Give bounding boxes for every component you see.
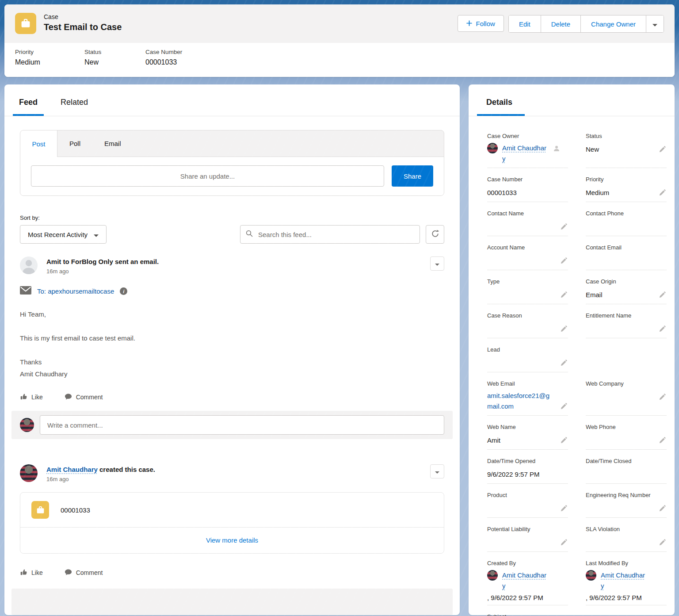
tab-email[interactable]: Email: [92, 130, 133, 157]
avatar[interactable]: [487, 570, 498, 581]
tab-feed[interactable]: Feed: [13, 84, 44, 116]
action-button-group: Edit Delete Change Owner: [508, 15, 664, 33]
refresh-feed-button[interactable]: [426, 225, 444, 244]
user-link[interactable]: Amit Chaudhary: [502, 143, 549, 164]
more-actions-button[interactable]: [646, 15, 664, 32]
record-row[interactable]: 00001033: [20, 493, 444, 527]
edit-pencil-icon[interactable]: [659, 539, 667, 548]
field-value: New: [84, 58, 145, 66]
edit-pencil-icon[interactable]: [659, 325, 667, 334]
edit-pencil-icon[interactable]: [561, 505, 568, 514]
record-preview-card: 00001033 View more details: [20, 492, 444, 554]
view-more-details-link[interactable]: View more details: [206, 536, 258, 544]
detail-field-value: New: [586, 144, 599, 155]
user-link[interactable]: Amit Chaudhary: [502, 570, 549, 591]
detail-field-engineering-req-number: Engineering Req Number: [586, 491, 667, 518]
feed-search-input[interactable]: [257, 230, 414, 239]
edit-pencil-icon[interactable]: [659, 189, 667, 198]
detail-field-label: Lead: [487, 346, 568, 354]
detail-field-label: Date/Time Closed: [586, 457, 667, 465]
edit-pencil-icon[interactable]: [561, 325, 568, 334]
edit-pencil-icon[interactable]: [659, 291, 667, 300]
edit-pencil-icon[interactable]: [659, 437, 667, 446]
feed-item-menu-button[interactable]: [430, 256, 444, 271]
avatar[interactable]: [586, 570, 596, 581]
chevron-down-icon: [435, 260, 439, 267]
detail-field-date: , 9/6/2022 9:57 PM: [487, 594, 568, 601]
tab-details[interactable]: Details: [477, 84, 525, 116]
delete-button[interactable]: Delete: [541, 15, 580, 32]
detail-field-web-company: Web Company: [586, 380, 667, 416]
avatar[interactable]: [20, 464, 38, 482]
edit-pencil-icon[interactable]: [659, 394, 667, 402]
detail-field-label: Web Email: [487, 380, 568, 388]
share-button[interactable]: Share: [392, 165, 433, 187]
edit-pencil-icon[interactable]: [561, 437, 568, 446]
sort-dropdown[interactable]: Most Recent Activity: [20, 225, 107, 244]
avatar[interactable]: [20, 256, 38, 274]
feed-panel: Feed Related Post Poll Email Share: [4, 84, 460, 615]
email-link[interactable]: amit.salesforce21@gmail.com: [487, 390, 553, 412]
share-update-input[interactable]: [31, 165, 384, 187]
edit-pencil-icon[interactable]: [561, 257, 568, 266]
detail-field-date-time-opened: Date/Time Opened9/6/2022 9:57 PM: [487, 457, 568, 484]
detail-field-empty: [586, 613, 667, 616]
record-number: 00001033: [61, 506, 90, 514]
detail-field-priority: PriorityMedium: [586, 176, 667, 202]
tab-post[interactable]: Post: [20, 130, 57, 157]
tab-poll[interactable]: Poll: [57, 130, 92, 157]
user-link[interactable]: Amit Chaudhary: [46, 466, 98, 473]
details-tabset: Details: [469, 84, 675, 116]
feed-controls: Sort by: Most Recent Activity: [20, 214, 444, 244]
like-button[interactable]: Like: [20, 393, 43, 402]
feed-tabset: Feed Related: [4, 84, 460, 116]
feed-body: Post Poll Email Share Sort by: Most Rece: [4, 130, 460, 615]
follow-button[interactable]: Follow: [458, 15, 504, 32]
change-owner-icon[interactable]: [553, 145, 560, 155]
entity-label: Case: [44, 13, 122, 20]
detail-field-product: Product: [487, 491, 568, 518]
feed-item-menu-button[interactable]: [430, 464, 444, 478]
comment-bubble-icon: [65, 569, 72, 577]
detail-field-value: Amit: [487, 435, 500, 446]
edit-pencil-icon[interactable]: [561, 223, 568, 232]
feed-item-created: Amit Chaudhary created this case. 16m ag…: [20, 464, 444, 615]
publisher-body: Share: [20, 157, 444, 195]
refresh-icon: [431, 230, 439, 239]
email-paragraph: Thanks Amit Chaudhary: [20, 356, 444, 380]
edit-pencil-icon[interactable]: [659, 505, 667, 514]
comment-label: Comment: [76, 569, 103, 576]
detail-field-lead: Lead: [487, 346, 568, 372]
detail-field-label: Product: [487, 491, 568, 499]
info-icon[interactable]: i: [120, 287, 127, 295]
entity-text: Case Test Email to Case: [44, 13, 122, 34]
edit-pencil-icon[interactable]: [561, 539, 568, 548]
publisher-tabs: Post Poll Email: [20, 130, 444, 157]
detail-field-label: Web Phone: [586, 423, 667, 431]
detail-field-last-modified-by: Last Modified ByAmit Chaudhary, 9/6/2022…: [586, 559, 667, 605]
feed-item-header: Amit Chaudhary created this case. 16m ag…: [20, 464, 444, 482]
avatar[interactable]: [487, 143, 498, 153]
tab-related[interactable]: Related: [54, 84, 94, 116]
feed-item-actions: Like Comment: [20, 393, 444, 402]
change-owner-button[interactable]: Change Owner: [580, 15, 646, 32]
detail-field-status: StatusNew: [586, 132, 667, 168]
edit-pencil-icon[interactable]: [659, 146, 667, 155]
detail-field-label: Contact Phone: [586, 210, 667, 218]
comment-button[interactable]: Comment: [65, 393, 103, 402]
thumbs-up-icon: [20, 393, 27, 402]
like-button[interactable]: Like: [20, 568, 43, 577]
detail-field-label: Case Reason: [487, 312, 568, 320]
edit-button[interactable]: Edit: [509, 15, 541, 32]
comment-input[interactable]: [40, 415, 444, 435]
field-value: 00001033: [145, 58, 215, 66]
edit-pencil-icon[interactable]: [561, 291, 568, 300]
avatar[interactable]: [20, 418, 34, 432]
user-link[interactable]: Amit Chaudhary: [601, 570, 647, 591]
edit-pencil-icon[interactable]: [561, 403, 568, 412]
sort-by-label: Sort by:: [20, 214, 107, 221]
detail-field-value: 00001033: [487, 187, 517, 198]
comment-button[interactable]: Comment: [65, 568, 103, 577]
email-to-link[interactable]: To: apexhoursemailtocase: [37, 287, 114, 295]
edit-pencil-icon[interactable]: [561, 360, 568, 368]
